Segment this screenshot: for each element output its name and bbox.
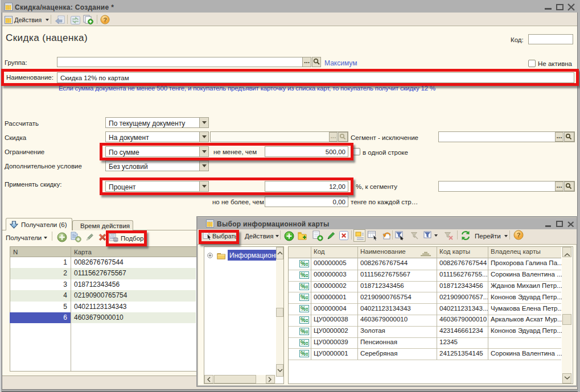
svg-text:%: % [301, 328, 306, 335]
svg-text:%: % [301, 272, 306, 278]
svg-text:%: % [301, 283, 306, 290]
svg-text:?: ? [103, 16, 107, 23]
svg-text:%: % [301, 340, 306, 346]
svg-text:%: % [301, 294, 306, 300]
svg-text:%: % [301, 317, 306, 323]
svg-text:%: % [301, 350, 306, 357]
svg-text:?: ? [517, 232, 521, 238]
svg-text:%: % [301, 261, 306, 267]
svg-text:%: % [301, 306, 306, 312]
